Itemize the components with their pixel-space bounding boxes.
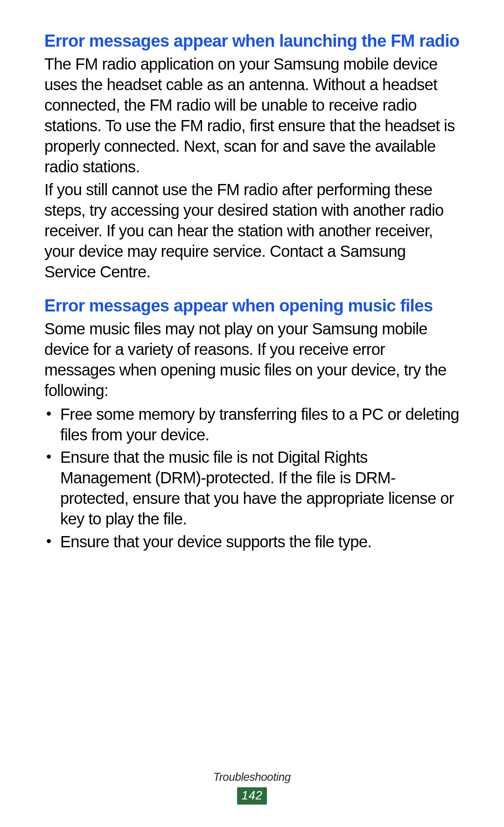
page-number-badge: 142 <box>237 787 267 805</box>
paragraph: If you still cannot use the FM radio aft… <box>44 179 460 283</box>
bullet-list: Free some memory by transferring files t… <box>44 404 460 552</box>
document-page: Error messages appear when launching the… <box>0 0 504 827</box>
paragraph: The FM radio application on your Samsung… <box>44 54 460 177</box>
section-heading-fm-radio: Error messages appear when launching the… <box>44 30 460 52</box>
paragraph: Some music files may not play on your Sa… <box>44 318 460 401</box>
footer-section-label: Troubleshooting <box>0 770 504 784</box>
section-heading-music-files: Error messages appear when opening music… <box>44 295 460 317</box>
list-item: Ensure that the music file is not Digita… <box>44 447 460 530</box>
page-footer: Troubleshooting 142 <box>0 770 504 805</box>
list-item: Free some memory by transferring files t… <box>44 404 460 445</box>
list-item: Ensure that your device supports the fil… <box>44 531 460 552</box>
